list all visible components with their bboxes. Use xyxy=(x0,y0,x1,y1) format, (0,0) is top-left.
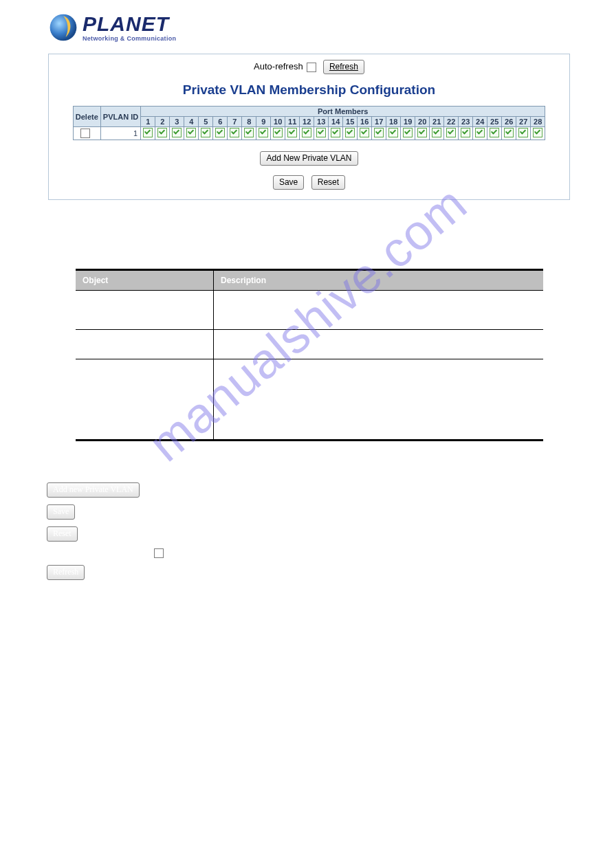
port-13-checkbox[interactable] xyxy=(316,128,326,137)
port-header-16: 16 xyxy=(358,117,372,127)
refresh-button[interactable]: Refresh xyxy=(323,60,364,74)
port-5-checkbox[interactable] xyxy=(201,128,210,137)
port-header-11: 11 xyxy=(285,117,300,127)
desc-object: Port Members xyxy=(76,359,214,441)
auto-refresh-checkbox[interactable] xyxy=(307,63,316,72)
port-header-20: 20 xyxy=(415,117,430,127)
port-10-checkbox[interactable] xyxy=(273,128,283,137)
col-pvlan-id: PVLAN ID xyxy=(100,107,140,127)
desc-row: Port MembersA row of check boxes for eac… xyxy=(76,359,543,441)
port-16-checkbox[interactable] xyxy=(360,128,369,137)
port-header-17: 17 xyxy=(372,117,386,127)
port-header-15: 15 xyxy=(343,117,358,127)
col-delete: Delete xyxy=(73,107,100,127)
port-4-checkbox[interactable] xyxy=(186,128,196,137)
port-header-5: 5 xyxy=(199,117,213,127)
desc-description: Indicates the ID of this particular priv… xyxy=(214,330,544,359)
port-header-23: 23 xyxy=(459,117,473,127)
auto-refresh-label: Auto-refresh xyxy=(254,61,303,71)
port-header-4: 4 xyxy=(184,117,199,127)
desc-description: A row of check boxes for each port is di… xyxy=(214,359,544,441)
port-header-3: 3 xyxy=(170,117,184,127)
port-header-24: 24 xyxy=(473,117,487,127)
port-23-checkbox[interactable] xyxy=(461,128,470,137)
auto-refresh-checkbox-sample[interactable] xyxy=(154,548,164,558)
port-header-28: 28 xyxy=(531,117,545,127)
port-header-19: 19 xyxy=(401,117,415,127)
page-title: Private VLAN Membership Configuration xyxy=(49,82,569,98)
port-header-8: 8 xyxy=(242,117,256,127)
reset-button[interactable]: Reset xyxy=(311,175,345,190)
port-header-22: 22 xyxy=(444,117,459,127)
delete-checkbox[interactable] xyxy=(80,129,90,138)
port-27-checkbox[interactable] xyxy=(518,128,528,137)
table-row: 1 xyxy=(73,127,545,140)
port-header-26: 26 xyxy=(502,117,516,127)
logo: PLANET Networking & Communication xyxy=(0,12,614,45)
port-7-checkbox[interactable] xyxy=(230,128,239,137)
port-20-checkbox[interactable] xyxy=(417,128,427,137)
port-header-1: 1 xyxy=(141,117,155,127)
port-21-checkbox[interactable] xyxy=(432,128,441,137)
desc-description: To delete a private VLAN entry, check th… xyxy=(214,291,544,330)
port-22-checkbox[interactable] xyxy=(446,128,456,137)
logo-title: PLANET xyxy=(83,14,176,34)
port-11-checkbox[interactable] xyxy=(287,128,297,137)
desc-row: DeleteTo delete a private VLAN entry, ch… xyxy=(76,291,543,330)
port-1-checkbox[interactable] xyxy=(143,128,153,137)
port-9-checkbox[interactable] xyxy=(259,128,268,137)
port-8-checkbox[interactable] xyxy=(244,128,254,137)
logo-subtitle: Networking & Communication xyxy=(83,36,176,42)
config-panel: Auto-refresh Refresh Private VLAN Member… xyxy=(48,54,570,200)
port-header-21: 21 xyxy=(430,117,444,127)
buttons-description: Add new Private VLAN : Click to add a ne… xyxy=(47,482,614,580)
port-header-6: 6 xyxy=(213,117,228,127)
port-24-checkbox[interactable] xyxy=(475,128,485,137)
port-header-7: 7 xyxy=(228,117,242,127)
svg-point-0 xyxy=(50,14,77,41)
save-button[interactable]: Save xyxy=(273,175,304,190)
port-header-18: 18 xyxy=(386,117,401,127)
desc-row: Private VLAN IDIndicates the ID of this … xyxy=(76,330,543,359)
save-button-sample[interactable]: Save xyxy=(47,504,75,520)
add-pvlan-button-sample[interactable]: Add new Private VLAN xyxy=(47,482,140,498)
desc-object: Private VLAN ID xyxy=(76,330,214,359)
port-2-checkbox[interactable] xyxy=(157,128,167,137)
pvlan-table: Delete PVLAN ID Port Members 12345678910… xyxy=(73,106,545,140)
port-28-checkbox[interactable] xyxy=(533,128,542,137)
port-header-27: 27 xyxy=(516,117,531,127)
col-port-members: Port Members xyxy=(141,107,545,117)
port-17-checkbox[interactable] xyxy=(374,128,384,137)
port-header-10: 10 xyxy=(271,117,285,127)
planet-logo-icon xyxy=(48,12,78,43)
port-header-25: 25 xyxy=(487,117,502,127)
port-15-checkbox[interactable] xyxy=(345,128,355,137)
port-12-checkbox[interactable] xyxy=(302,128,311,137)
port-header-14: 14 xyxy=(329,117,343,127)
port-14-checkbox[interactable] xyxy=(331,128,340,137)
port-3-checkbox[interactable] xyxy=(172,128,182,137)
port-header-2: 2 xyxy=(155,117,170,127)
desc-head-object: Object xyxy=(76,270,214,291)
desc-object: Delete xyxy=(76,291,214,330)
port-26-checkbox[interactable] xyxy=(504,128,514,137)
port-header-9: 9 xyxy=(256,117,271,127)
description-table: Object Description DeleteTo delete a pri… xyxy=(76,269,543,441)
pvlan-id-cell: 1 xyxy=(100,127,140,140)
refresh-button-sample[interactable]: Refresh xyxy=(47,565,85,580)
port-6-checkbox[interactable] xyxy=(215,128,225,137)
reset-button-sample[interactable]: Reset xyxy=(47,526,78,542)
port-18-checkbox[interactable] xyxy=(388,128,398,137)
port-19-checkbox[interactable] xyxy=(403,128,413,137)
port-header-12: 12 xyxy=(300,117,314,127)
port-25-checkbox[interactable] xyxy=(490,128,499,137)
desc-head-desc: Description xyxy=(214,270,544,291)
add-pvlan-button[interactable]: Add New Private VLAN xyxy=(260,151,358,166)
port-header-13: 13 xyxy=(314,117,329,127)
